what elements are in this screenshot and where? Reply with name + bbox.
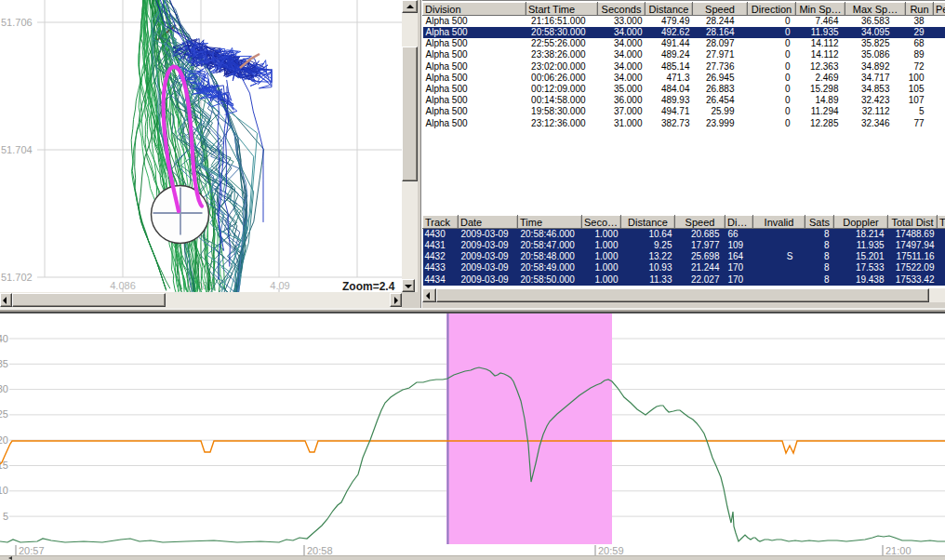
svg-text:5: 5 <box>3 511 8 522</box>
svg-text:25: 25 <box>0 408 8 420</box>
svg-text:4.086: 4.086 <box>110 280 136 291</box>
svg-text:51.702: 51.702 <box>1 272 33 283</box>
svg-text:10: 10 <box>0 485 8 496</box>
svg-text:20: 20 <box>0 434 8 446</box>
svg-text:51.704: 51.704 <box>1 144 33 155</box>
svg-text:20:57: 20:57 <box>19 545 45 556</box>
svg-text:40: 40 <box>0 333 8 344</box>
svg-text:21:00: 21:00 <box>885 545 912 556</box>
svg-text:51.706: 51.706 <box>1 17 33 28</box>
svg-text:20:59: 20:59 <box>598 545 624 556</box>
svg-text:35: 35 <box>0 358 8 369</box>
svg-text:4.09: 4.09 <box>270 280 289 291</box>
svg-text:30: 30 <box>0 383 8 394</box>
svg-text:15: 15 <box>0 460 8 471</box>
svg-text:20:58: 20:58 <box>307 545 333 556</box>
